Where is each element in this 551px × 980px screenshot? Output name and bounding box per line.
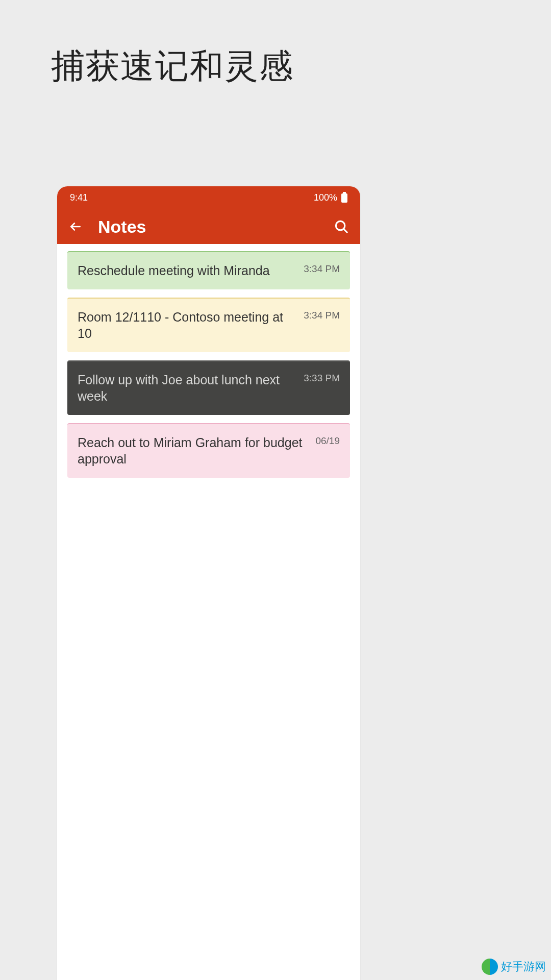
back-arrow-icon[interactable] xyxy=(68,219,83,234)
status-time: 9:41 xyxy=(70,192,88,203)
note-time: 3:33 PM xyxy=(304,372,340,384)
note-time: 3:34 PM xyxy=(304,309,340,321)
watermark-text: 好手游网 xyxy=(501,959,546,974)
battery-percent: 100% xyxy=(314,192,337,203)
note-text: Room 12/1110 - Contoso meeting at 10 xyxy=(78,309,295,342)
search-icon[interactable] xyxy=(334,219,349,234)
note-time: 06/19 xyxy=(315,434,340,447)
note-text: Reschedule meeting with Miranda xyxy=(78,262,295,279)
note-card[interactable]: Room 12/1110 - Contoso meeting at 10 3:3… xyxy=(67,298,350,352)
status-bar: 9:41 100% xyxy=(57,186,360,209)
note-card[interactable]: Follow up with Joe about lunch next week… xyxy=(67,360,350,415)
note-card[interactable]: Reschedule meeting with Miranda 3:34 PM xyxy=(67,251,350,289)
watermark: 好手游网 xyxy=(482,959,546,975)
note-text: Follow up with Joe about lunch next week xyxy=(78,372,295,405)
note-text: Reach out to Miriam Graham for budget ap… xyxy=(78,434,307,468)
note-time: 3:34 PM xyxy=(304,262,340,275)
svg-line-2 xyxy=(343,229,347,232)
app-bar: Notes xyxy=(57,209,360,244)
app-title: Notes xyxy=(98,217,334,237)
notes-list: Reschedule meeting with Miranda 3:34 PM … xyxy=(57,244,360,493)
note-card[interactable]: Reach out to Miriam Graham for budget ap… xyxy=(67,423,350,478)
battery-icon xyxy=(341,193,347,203)
watermark-logo-icon xyxy=(482,959,498,975)
promo-title: 捕获速记和灵感 xyxy=(51,43,294,89)
phone-frame: 9:41 100% Notes Reschedule meeting with … xyxy=(57,186,360,980)
status-right: 100% xyxy=(314,192,347,203)
